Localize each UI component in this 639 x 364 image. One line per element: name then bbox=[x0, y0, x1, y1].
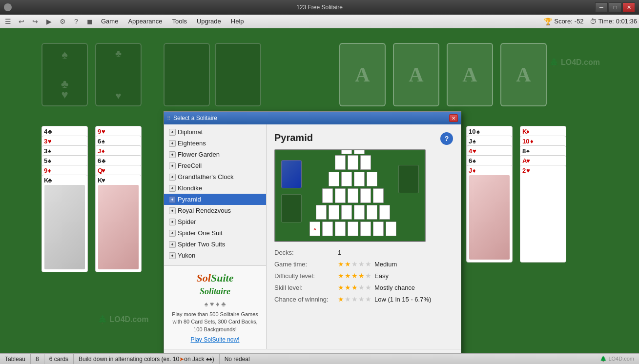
menu-upgrade[interactable]: Upgrade bbox=[192, 16, 226, 27]
on-text: on Jack ♠♠) bbox=[184, 356, 214, 363]
toolbar-btn-7[interactable]: ◼ bbox=[84, 16, 96, 27]
promo-link[interactable]: Play SolSuite now! bbox=[170, 336, 260, 343]
status-cards: 6 cards bbox=[44, 354, 74, 364]
difficulty-text: Easy bbox=[374, 272, 389, 280]
stat-difficulty: Difficulty level: ★ ★ ★ ★ ★ Easy bbox=[274, 272, 453, 280]
game-label-eighteens: Eighteens bbox=[178, 140, 206, 147]
game-label-royal-rendezvous: Royal Rendezvous bbox=[178, 207, 231, 214]
game-list: ♠ Diplomat ♠ Eighteens ♠ Flower Garden bbox=[164, 124, 266, 265]
game-item-royal-rendezvous[interactable]: ♠ Royal Rendezvous bbox=[164, 205, 266, 216]
stat-skill: Skill level: ★ ★ ★ ★ ★ Mostly chance bbox=[274, 283, 453, 291]
cstar-2: ★ bbox=[345, 295, 351, 303]
cstar-5: ★ bbox=[365, 295, 371, 303]
sstar-1: ★ bbox=[338, 283, 344, 291]
game-icon-spider-two-suits: ♠ bbox=[169, 241, 176, 248]
menu-appearance[interactable]: Appearance bbox=[124, 16, 166, 27]
tableau-label: Tableau bbox=[5, 356, 25, 363]
promo-logo: SolSuite Solitaire bbox=[170, 272, 260, 297]
game-item-pyramid[interactable]: ♠ Pyramid bbox=[164, 194, 266, 205]
skill-label: Skill level: bbox=[274, 284, 338, 291]
game-time-text: Medium bbox=[374, 261, 397, 268]
game-item-diplomat[interactable]: ♠ Diplomat bbox=[164, 126, 266, 138]
dstar-1: ★ bbox=[338, 272, 344, 280]
game-label-spider-one-suit: Spider One Suit bbox=[178, 229, 223, 237]
stat-game-time: Game time: ★ ★ ★ ★ ★ Medium bbox=[274, 260, 453, 268]
status-tableau: Tableau bbox=[0, 354, 31, 364]
status-columns: 8 bbox=[31, 354, 44, 364]
game-icon-grandfathers-clock: ♠ bbox=[169, 174, 176, 181]
arrow-icon: ➤ bbox=[179, 356, 184, 363]
score-icon: 🏆 bbox=[544, 18, 552, 25]
game-icon-yukon: ♠ bbox=[169, 252, 176, 259]
game-label-grandfathers-clock: Grandfather's Clock bbox=[178, 173, 233, 181]
game-time-stars: ★ ★ ★ ★ ★ bbox=[338, 260, 371, 268]
toolbar-btn-2[interactable]: ↩ bbox=[16, 16, 27, 27]
promo-suits: ♠ ♥ ♦ ♣ bbox=[170, 300, 260, 308]
preview-waste bbox=[281, 194, 302, 222]
cards-value: 6 cards bbox=[49, 356, 68, 363]
menu-help[interactable]: Help bbox=[227, 16, 248, 27]
game-time-label: Game time: bbox=[274, 261, 338, 268]
game-item-klondike[interactable]: ♠ Klondike bbox=[164, 182, 266, 194]
game-preview: A bbox=[274, 149, 426, 242]
star-2: ★ bbox=[345, 260, 351, 268]
score-area: 🏆 Score: -52 ⏱ Time: 0:01:36 bbox=[544, 18, 637, 25]
game-item-yukon[interactable]: ♠ Yukon bbox=[164, 250, 266, 261]
game-icon-diplomat: ♠ bbox=[169, 129, 176, 136]
game-item-spider[interactable]: ♠ Spider bbox=[164, 216, 266, 227]
game-item-eighteens[interactable]: ♠ Eighteens bbox=[164, 138, 266, 149]
game-icon-spider: ♠ bbox=[169, 219, 176, 225]
help-button[interactable]: ? bbox=[440, 132, 453, 145]
game-label-pyramid: Pyramid bbox=[178, 196, 201, 203]
game-detail-title: Pyramid bbox=[274, 132, 453, 143]
sstar-2: ★ bbox=[345, 283, 351, 291]
game-item-grandfathers-clock[interactable]: ♠ Grandfather's Clock bbox=[164, 171, 266, 182]
status-rule: Build down in alternating colors (ex. 10… bbox=[74, 354, 220, 364]
dialog-title-text: Select a Solitaire bbox=[173, 115, 217, 121]
rule-text: Build down in alternating colors (ex. 10 bbox=[79, 356, 179, 363]
dialog-body: ♠ Diplomat ♠ Eighteens ♠ Flower Garden bbox=[164, 124, 461, 349]
menu-tools[interactable]: Tools bbox=[168, 16, 191, 27]
toolbar: ☰ ↩ ↪ ▶ ⚙ ? ◼ bbox=[2, 16, 96, 27]
promo-area: SolSuite Solitaire ♠ ♥ ♦ ♣ Play more tha… bbox=[164, 265, 266, 349]
game-item-spider-one-suit[interactable]: ♠ Spider One Suit bbox=[164, 227, 266, 239]
redeal-value: No redeal bbox=[225, 356, 250, 363]
game-label-freecell: FreeCell bbox=[178, 162, 202, 169]
toolbar-btn-5[interactable]: ⚙ bbox=[57, 16, 68, 27]
toolbar-btn-4[interactable]: ▶ bbox=[43, 16, 55, 27]
game-item-spider-two-suits[interactable]: ♠ Spider Two Suits bbox=[164, 239, 266, 250]
game-label-diplomat: Diplomat bbox=[178, 128, 203, 136]
skill-stars: ★ ★ ★ ★ ★ bbox=[338, 283, 371, 291]
game-label-klondike: Klondike bbox=[178, 184, 202, 192]
score-value: -52 bbox=[575, 18, 584, 25]
difficulty-label: Difficulty level: bbox=[274, 272, 338, 280]
dialog-close-button[interactable]: ✕ bbox=[449, 114, 458, 122]
dstar-2: ★ bbox=[345, 272, 351, 280]
dialog-titlebar: ⠿ Select a Solitaire ✕ bbox=[164, 112, 461, 124]
decks-value: 1 bbox=[338, 249, 341, 256]
toolbar-btn-6[interactable]: ? bbox=[70, 16, 82, 27]
game-icon-spider-one-suit: ♠ bbox=[169, 230, 176, 237]
stat-chance: Chance of winning: ★ ★ ★ ★ ★ Low (1 in 1… bbox=[274, 295, 453, 303]
chance-stars: ★ ★ ★ ★ ★ bbox=[338, 295, 371, 303]
game-item-freecell[interactable]: ♠ FreeCell bbox=[164, 160, 266, 171]
game-label-spider: Spider bbox=[178, 218, 196, 225]
statusbar-logo: 🌲 LO4D.com bbox=[600, 356, 639, 362]
title-bar: 123 Free Solitaire ─ □ ✕ bbox=[0, 0, 639, 15]
dialog-drag-handle: ⠿ bbox=[167, 116, 170, 121]
skill-text: Mostly chance bbox=[374, 284, 415, 291]
sstar-4: ★ bbox=[358, 283, 365, 291]
cstar-1: ★ bbox=[338, 295, 344, 303]
star-5: ★ bbox=[365, 260, 371, 268]
time-value: 0:01:36 bbox=[616, 18, 637, 25]
star-4: ★ bbox=[358, 260, 365, 268]
cstar-3: ★ bbox=[351, 295, 358, 303]
promo-text: Play more than 500 Solitaire Games with … bbox=[170, 311, 260, 333]
menu-game[interactable]: Game bbox=[97, 16, 123, 27]
dialog-right-panel: Pyramid A bbox=[267, 124, 461, 349]
score-display: 🏆 Score: -52 bbox=[544, 18, 583, 25]
chance-value: ★ ★ ★ ★ ★ Low (1 in 15 - 6.7%) bbox=[338, 295, 431, 303]
toolbar-btn-1[interactable]: ☰ bbox=[2, 16, 14, 27]
toolbar-btn-3[interactable]: ↪ bbox=[29, 16, 41, 27]
game-item-flower-garden[interactable]: ♠ Flower Garden bbox=[164, 149, 266, 160]
